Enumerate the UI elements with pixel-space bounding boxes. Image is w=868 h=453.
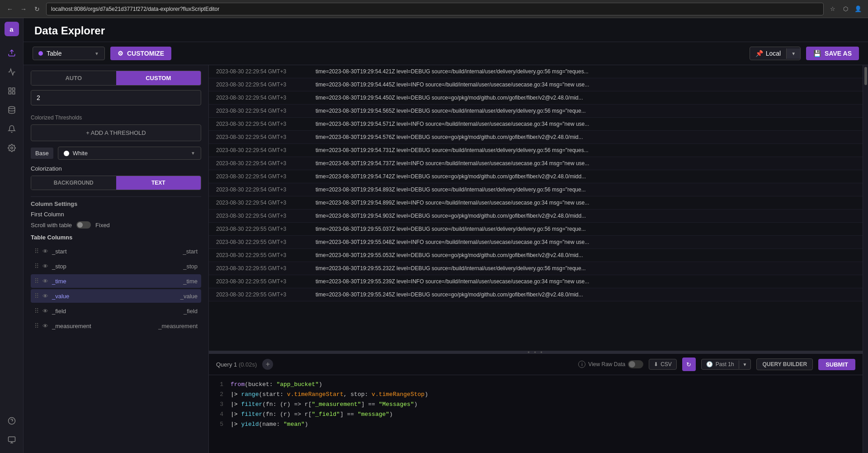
sidebar-item-help[interactable]: [4, 413, 20, 429]
reload-button[interactable]: ↻: [33, 5, 42, 14]
data-table-container[interactable]: 2023-08-30 22:29:54 GMT+3time=2023-08-30…: [209, 65, 863, 351]
table-cell-value: time=2023-08-30T19:29:55.245Z level=DEBU…: [308, 288, 863, 301]
colorization-section: Colorization BACKGROUND TEXT: [31, 165, 201, 190]
table-cell-value: time=2023-08-30T19:29:54.450Z level=DEBU…: [308, 91, 863, 105]
code-text: from(bucket: "app_bucket"): [231, 380, 322, 390]
table-cell-value: time=2023-08-30T19:29:55.037Z level=DEBU…: [308, 223, 863, 236]
color-picker-button[interactable]: White ▼: [58, 147, 201, 160]
table-columns-title: Table Columns: [31, 234, 201, 241]
drag-handle-icon[interactable]: ⠿: [34, 248, 39, 255]
table-row: 2023-08-30 22:29:55 GMT+3time=2023-08-30…: [209, 249, 863, 262]
table-cell-time: 2023-08-30 22:29:54 GMT+3: [209, 131, 308, 144]
table-cell-time: 2023-08-30 22:29:55 GMT+3: [209, 249, 308, 262]
table-cell-time: 2023-08-30 22:29:54 GMT+3: [209, 157, 308, 170]
table-row: 2023-08-30 22:29:55 GMT+3time=2023-08-30…: [209, 262, 863, 275]
local-label: Local: [766, 50, 781, 57]
column-settings-title: Column Settings: [31, 196, 201, 207]
eye-icon[interactable]: 👁: [42, 323, 48, 329]
auto-toggle-button[interactable]: AUTO: [31, 71, 116, 85]
color-label: White: [73, 150, 88, 157]
sidebar-item-settings[interactable]: [4, 140, 20, 156]
code-editor[interactable]: 1from(bucket: "app_bucket")2 |> range(st…: [209, 375, 863, 453]
view-raw-data-button[interactable]: i View Raw Data: [578, 360, 643, 368]
background-toggle-button[interactable]: BACKGROUND: [31, 176, 116, 190]
icon-rail: a: [0, 18, 24, 453]
sidebar-item-data[interactable]: [4, 102, 20, 118]
column-value-measurement: _measurement: [158, 323, 198, 329]
table-cell-value: time=2023-08-30T19:29:54.571Z level=INFO…: [308, 118, 863, 131]
refresh-button[interactable]: ↻: [682, 358, 696, 371]
code-line: 1from(bucket: "app_bucket"): [216, 380, 855, 390]
raw-data-toggle[interactable]: [628, 360, 643, 368]
drag-handle-icon[interactable]: ⠿: [34, 307, 39, 315]
forward-button[interactable]: →: [19, 5, 28, 14]
browser-icons: ☆ ⬡ 👤: [828, 5, 863, 14]
code-text: |> range(start: v.timeRangeStart, stop: …: [231, 390, 428, 400]
text-toggle-button[interactable]: TEXT: [116, 176, 201, 190]
sidebar-item-panel[interactable]: [4, 432, 20, 448]
first-column-title: First Column: [31, 211, 201, 218]
table-cell-time: 2023-08-30 22:29:54 GMT+3: [209, 91, 308, 105]
sidebar-item-upload[interactable]: [4, 45, 20, 61]
visualization-selector[interactable]: Table ▼: [33, 47, 105, 60]
table-cell-time: 2023-08-30 22:29:55 GMT+3: [209, 223, 308, 236]
submit-button[interactable]: SUBMIT: [818, 359, 855, 370]
eye-icon[interactable]: 👁: [42, 308, 48, 315]
time-range-selector[interactable]: 🕐 Past 1h ▼: [701, 359, 751, 370]
svg-rect-1: [12, 88, 14, 90]
column-name-measurement: _measurement: [52, 323, 155, 329]
drag-handle-icon[interactable]: ⠿: [34, 322, 39, 329]
customize-label: CUSTOMIZE: [127, 50, 164, 57]
eye-icon[interactable]: 👁: [42, 293, 48, 300]
line-number: 5: [216, 420, 223, 429]
table-cell-time: 2023-08-30 22:29:54 GMT+3: [209, 105, 308, 118]
csv-button[interactable]: ⬇ CSV: [649, 359, 677, 370]
pin-icon: 📌: [755, 50, 763, 57]
local-selector[interactable]: 📌 Local ▼: [750, 47, 801, 60]
query-builder-button[interactable]: QUERY BUILDER: [756, 358, 813, 370]
back-button[interactable]: ←: [5, 5, 14, 14]
drag-handle-icon[interactable]: ⠿: [34, 292, 39, 300]
sidebar-item-chart[interactable]: [4, 64, 20, 80]
scroll-toggle[interactable]: [76, 221, 91, 229]
drag-handle-icon[interactable]: ⠿: [34, 262, 39, 270]
sidebar-item-alerts[interactable]: [4, 121, 20, 137]
drag-handle-icon[interactable]: ⠿: [34, 277, 39, 285]
save-as-button[interactable]: 💾 SAVE AS: [806, 47, 859, 60]
code-text: |> yield(name: "mean"): [231, 420, 308, 429]
column-value-stop: _stop: [183, 263, 198, 270]
refresh-icon: ↻: [686, 361, 691, 368]
table-row: 2023-08-30 22:29:54 GMT+3time=2023-08-30…: [209, 118, 863, 131]
code-line: 2 |> range(start: v.timeRangeStart, stop…: [216, 390, 855, 400]
toolbar: Table ▼ ⚙ CUSTOMIZE 📌 Local ▼ 💾 SAVE AS: [24, 42, 868, 65]
app-logo[interactable]: a: [5, 22, 19, 36]
column-name-stop: _stop: [52, 263, 179, 270]
browser-chrome: ← → ↻ ☆ ⬡ 👤: [0, 0, 868, 18]
table-cell-time: 2023-08-30 22:29:54 GMT+3: [209, 183, 308, 196]
table-row: 2023-08-30 22:29:54 GMT+3time=2023-08-30…: [209, 131, 863, 144]
gear-icon: ⚙: [118, 50, 123, 57]
right-scrollbar[interactable]: [863, 65, 868, 453]
sidebar-item-dashboard[interactable]: [4, 83, 20, 99]
table-cell-time: 2023-08-30 22:29:55 GMT+3: [209, 288, 308, 301]
chevron-down-icon[interactable]: ▼: [786, 48, 800, 59]
table-cell-value: time=2023-08-30T19:29:54.731Z level=DEBU…: [308, 144, 863, 157]
eye-icon[interactable]: 👁: [42, 278, 48, 285]
visualization-label: Table: [47, 50, 91, 57]
profile-icon: 👤: [854, 5, 863, 14]
column-value-field: _field: [184, 308, 198, 315]
url-bar[interactable]: [46, 3, 824, 15]
eye-icon[interactable]: 👁: [42, 248, 48, 255]
table-cell-time: 2023-08-30 22:29:55 GMT+3: [209, 236, 308, 249]
customize-button[interactable]: ⚙ CUSTOMIZE: [110, 47, 171, 60]
column-row-measurement: ⠿ 👁 _measurement _measurement: [31, 319, 201, 333]
add-threshold-button[interactable]: + ADD A THRESHOLD: [31, 124, 201, 141]
custom-toggle-button[interactable]: CUSTOM: [116, 71, 201, 85]
add-query-button[interactable]: +: [262, 359, 273, 370]
line-number: 4: [216, 410, 223, 420]
table-row: 2023-08-30 22:29:55 GMT+3time=2023-08-30…: [209, 275, 863, 288]
value-input[interactable]: [31, 90, 201, 105]
info-icon: i: [578, 361, 585, 368]
table-row: 2023-08-30 22:29:54 GMT+3time=2023-08-30…: [209, 196, 863, 210]
eye-icon[interactable]: 👁: [42, 263, 48, 270]
